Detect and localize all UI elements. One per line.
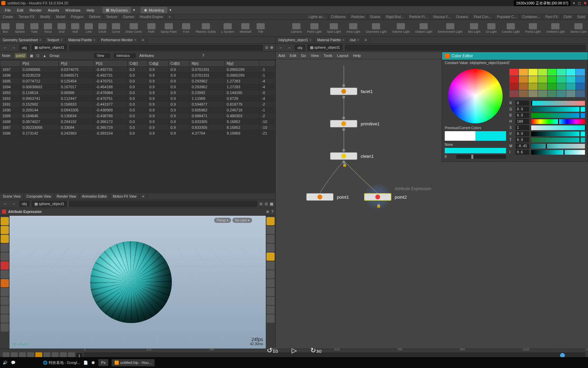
pin-icon[interactable]: ⊙ <box>265 45 268 50</box>
color-swatch[interactable] <box>548 76 557 83</box>
color-swatch[interactable] <box>538 76 547 83</box>
color-swatch[interactable] <box>557 76 566 83</box>
slider-value[interactable]: 0 <box>445 155 455 159</box>
display-tool[interactable] <box>266 270 275 278</box>
color-swatch[interactable] <box>528 76 538 83</box>
prev-current-swatch[interactable] <box>445 131 506 141</box>
select-tool[interactable] <box>1 217 9 225</box>
shelf-tool-spot-light[interactable]: Spot Light <box>327 23 341 33</box>
window-max-icon[interactable]: ◻ <box>578 1 581 5</box>
network-view[interactable]: Add Edit Go View Tools Layout Help ☰ ▦ ⊞ <box>276 52 588 349</box>
shelf-tool-environment-light[interactable]: Environment Light <box>438 23 462 33</box>
camera-select[interactable]: No cam ▾ <box>232 218 252 223</box>
shelf-tab[interactable]: Deform <box>86 15 103 19</box>
shelf-tool-distant-light[interactable]: Distant Light <box>415 23 432 33</box>
tab-add[interactable]: + <box>362 37 370 43</box>
lock-icon[interactable] <box>266 235 275 243</box>
net-menu-add[interactable]: Add <box>278 53 285 58</box>
move-tool[interactable] <box>1 226 9 234</box>
shelf-tool-font[interactable]: Font <box>182 23 190 33</box>
shelf-tool-line[interactable]: Line <box>85 23 93 33</box>
tool-button[interactable] <box>1 261 9 270</box>
color-swatches[interactable] <box>509 69 585 97</box>
tab-scene-view[interactable]: Scene View <box>0 194 24 199</box>
nav-fwd-icon[interactable]: → <box>11 45 17 50</box>
color-swatch[interactable] <box>519 69 528 76</box>
display-tool[interactable] <box>266 297 275 305</box>
radial-modeling[interactable]: ◉ Modeling <box>141 7 167 13</box>
camera-persp[interactable]: Persp ▾ <box>214 218 231 223</box>
shelf-tool-circle[interactable]: Circle <box>98 23 107 33</box>
tool-button[interactable] <box>1 252 9 261</box>
shelf-tool-gi-light[interactable]: GI Light <box>486 23 497 33</box>
tab-performance-monitor[interactable]: Performance Monitor × <box>98 37 139 43</box>
taskbar-item[interactable]: ⬢ <box>92 361 95 365</box>
shelf-tab[interactable]: Pyro FX <box>543 15 561 19</box>
shelf-tool-point-light[interactable]: Point Light <box>307 23 322 33</box>
display-tool[interactable] <box>266 261 275 270</box>
shelf-tab[interactable]: Polygon <box>68 15 86 19</box>
color-editor-titlebar[interactable]: Color Editor <box>442 52 588 60</box>
shelf-tool-curve[interactable]: Curve <box>112 23 120 33</box>
shelf-tool-sphere[interactable]: Sphere <box>15 23 25 33</box>
node-point2[interactable]: point2 🔒 <box>364 193 407 201</box>
tool-button[interactable] <box>1 270 9 278</box>
channel-value[interactable]: 0 <box>516 101 529 106</box>
channel-slider[interactable] <box>531 144 585 149</box>
shelf-tab[interactable]: Games <box>120 15 137 19</box>
shelf-tool-metaball[interactable]: Metaball <box>240 23 251 33</box>
channel-value[interactable]: 0.6 <box>516 150 529 155</box>
breadcrumb-obj[interactable]: obj <box>19 45 30 51</box>
shelf-tool-camera[interactable]: Camera <box>291 23 302 33</box>
menu-assets[interactable]: Assets <box>45 7 62 13</box>
color-swatch[interactable] <box>528 83 538 90</box>
color-swatch[interactable] <box>509 83 519 90</box>
channel-slider[interactable] <box>531 138 585 142</box>
channel-slider[interactable] <box>531 101 585 106</box>
component-icon[interactable]: ▦ <box>30 54 33 58</box>
shelf-tool-area-light[interactable]: Area Light <box>346 23 360 33</box>
tab-animation-editor[interactable]: Animation Editor <box>79 194 110 199</box>
net-menu-help[interactable]: Help <box>353 53 361 58</box>
node-point1[interactable]: point1 <box>306 193 349 201</box>
nav-fwd-icon[interactable]: → <box>11 201 17 206</box>
nav-back-icon[interactable]: ← <box>2 45 9 50</box>
shelf-tab[interactable]: Particle Fl... <box>407 15 430 19</box>
taskbar-item[interactable]: Ps <box>98 359 108 366</box>
shelf-tool-stereo-cam[interactable]: Stereo Cam <box>570 23 587 33</box>
net-menu-layout[interactable]: Layout <box>337 53 348 58</box>
tab-material-palette[interactable]: Material Palette × <box>314 37 347 43</box>
tab-textport[interactable]: Textport × <box>44 37 65 43</box>
color-swatch[interactable] <box>566 83 575 90</box>
tab-add[interactable]: + <box>139 37 147 43</box>
shelf-tab[interactable]: Rigid Bod... <box>383 15 407 19</box>
color-swatch[interactable] <box>576 76 585 83</box>
taskbar-item[interactable]: 🌐 特效基地 - Googl... <box>43 360 80 365</box>
color-wheel[interactable] <box>448 69 503 123</box>
display-tool[interactable] <box>266 306 275 314</box>
shelf-tool-ambient-light[interactable]: Ambient Light <box>546 23 565 33</box>
color-swatch[interactable] <box>509 69 519 76</box>
view-icon[interactable]: ⊙ <box>265 202 268 206</box>
shelf-tool-l-system[interactable]: L-System <box>221 23 234 33</box>
view-icon[interactable]: ▦ <box>270 202 273 206</box>
channel-value[interactable]: 0.9 <box>516 107 529 112</box>
breadcrumb-node[interactable]: ▦ sphere_object1 <box>32 201 67 207</box>
shelf-tab[interactable]: Modify <box>37 15 53 19</box>
menu-help[interactable]: Help <box>84 7 97 13</box>
component-icon[interactable]: ▲ <box>43 54 46 58</box>
menu-edit[interactable]: Edit <box>14 7 26 13</box>
shelf-tab-add[interactable]: + <box>166 15 174 19</box>
menu-render[interactable]: Render <box>27 7 45 13</box>
shelf-tab[interactable]: Fluid Con... <box>471 15 494 19</box>
shelf-tool-platonic-solids[interactable]: Platonic Solids <box>196 23 216 33</box>
node-clean1[interactable]: clean1 🔒 <box>330 152 374 160</box>
alpha-slider[interactable] <box>456 155 506 159</box>
tab-material-palette[interactable]: Material Palette × <box>66 37 98 43</box>
shelf-tool-spray-paint[interactable]: Spray Paint <box>161 23 177 33</box>
color-swatch[interactable] <box>528 90 538 97</box>
taskbar-item[interactable]: 🟧 untitled.hip - Hou... <box>112 359 154 366</box>
tab-add[interactable]: + <box>140 194 147 199</box>
color-swatch[interactable] <box>538 83 547 90</box>
shelf-tool-geometry-light[interactable]: Geometry Light <box>366 23 387 33</box>
